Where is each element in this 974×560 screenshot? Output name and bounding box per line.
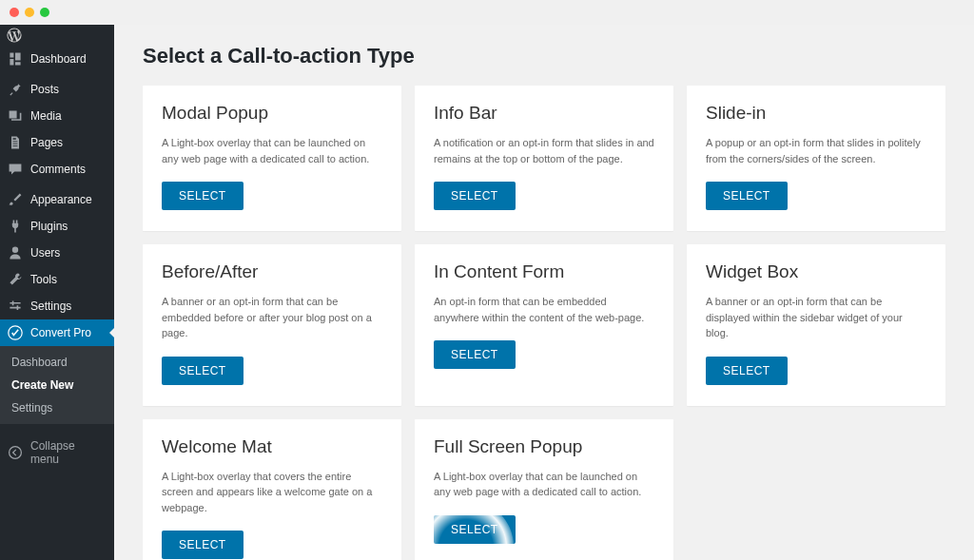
sidebar-label: Convert Pro [30, 326, 91, 339]
cta-card-info-bar: Info Bar A notification or an opt-in for… [415, 86, 673, 231]
cta-type-grid: Modal Popup A Light-box overlay that can… [143, 86, 945, 560]
select-button[interactable]: SELECT [706, 182, 788, 210]
select-button[interactable]: SELECT [162, 531, 244, 559]
convertpro-icon [8, 325, 23, 340]
card-description: A Light-box overlay that can be launched… [434, 469, 654, 500]
submenu-item-create-new[interactable]: Create New [0, 374, 114, 396]
sidebar-item-comments[interactable]: Comments [0, 156, 114, 183]
collapse-label: Collapse menu [30, 439, 107, 466]
collapse-menu-button[interactable]: Collapse menu [0, 432, 114, 473]
sidebar-item-dashboard[interactable]: Dashboard [0, 46, 114, 72]
sidebar-item-pages[interactable]: Pages [0, 129, 114, 156]
sidebar-item-users[interactable]: Users [0, 240, 114, 266]
card-description: An opt-in form that can be embedded anyw… [434, 294, 654, 325]
card-title: Slide-in [706, 103, 926, 124]
sidebar-label: Tools [30, 273, 57, 286]
window-title-bar [0, 0, 974, 25]
card-description: A popup or an opt-in form that slides in… [706, 135, 926, 166]
cta-card-widget-box: Widget Box A banner or an opt-in form th… [687, 244, 945, 406]
minimize-window-icon[interactable] [25, 8, 34, 17]
sidebar-label: Media [30, 109, 62, 123]
user-icon [8, 245, 23, 261]
page-title: Select a Call-to-action Type [143, 44, 945, 68]
card-title: In Content Form [434, 261, 654, 282]
sidebar-item-settings[interactable]: Settings [0, 293, 114, 319]
media-icon [8, 108, 23, 124]
submenu-item-dashboard[interactable]: Dashboard [0, 351, 114, 374]
sidebar-label: Users [30, 246, 60, 260]
card-description: A banner or an opt-in form that can be e… [162, 294, 382, 341]
cta-card-in-content-form: In Content Form An opt-in form that can … [415, 244, 673, 406]
sidebar-item-posts[interactable]: Posts [0, 76, 114, 103]
cta-card-slide-in: Slide-in A popup or an opt-in form that … [687, 86, 945, 231]
sidebar-label: Pages [30, 136, 63, 149]
card-title: Modal Popup [162, 103, 382, 124]
svg-point-1 [10, 447, 22, 459]
main-content: Select a Call-to-action Type Modal Popup… [114, 25, 974, 560]
card-description: A notification or an opt-in form that sl… [434, 135, 654, 166]
close-window-icon[interactable] [10, 8, 19, 17]
card-description: A Light-box overlay that covers the enti… [162, 469, 382, 516]
sidebar-item-appearance[interactable]: Appearance [0, 186, 114, 213]
admin-sidebar: Dashboard Posts Media Pages Comments App… [0, 25, 114, 560]
select-button[interactable]: SELECT [706, 357, 788, 385]
pages-icon [8, 135, 23, 150]
maximize-window-icon[interactable] [40, 8, 49, 17]
wrench-icon [8, 272, 23, 287]
cta-card-before-after: Before/After A banner or an opt-in form … [143, 244, 401, 406]
pin-icon [8, 82, 23, 97]
select-button[interactable]: SELECT [162, 182, 244, 210]
sidebar-label: Plugins [30, 220, 68, 233]
cta-card-welcome-mat: Welcome Mat A Light-box overlay that cov… [143, 419, 401, 561]
card-title: Info Bar [434, 103, 654, 124]
brush-icon [8, 192, 23, 207]
submenu-item-settings[interactable]: Settings [0, 396, 114, 419]
select-button[interactable]: SELECT [434, 340, 516, 369]
select-button[interactable]: SELECT [434, 515, 516, 544]
select-button[interactable]: SELECT [162, 357, 244, 385]
wp-logo-icon[interactable] [0, 25, 29, 46]
card-description: A Light-box overlay that can be launched… [162, 135, 382, 166]
collapse-icon [8, 445, 23, 460]
sidebar-label: Posts [30, 83, 59, 96]
sidebar-label: Comments [30, 163, 86, 176]
sidebar-label: Dashboard [30, 52, 87, 66]
card-title: Before/After [162, 261, 382, 282]
sidebar-item-tools[interactable]: Tools [0, 266, 114, 293]
sidebar-item-media[interactable]: Media [0, 103, 114, 129]
comment-icon [8, 162, 23, 177]
sidebar-label: Settings [30, 299, 71, 313]
cta-card-modal-popup: Modal Popup A Light-box overlay that can… [143, 86, 401, 231]
select-button[interactable]: SELECT [434, 182, 516, 210]
sidebar-label: Appearance [30, 193, 92, 206]
cta-card-full-screen-popup: Full Screen Popup A Light-box overlay th… [415, 419, 673, 561]
plug-icon [8, 219, 23, 234]
submenu-convert-pro: Dashboard Create New Settings [0, 346, 114, 424]
card-title: Full Screen Popup [434, 436, 654, 457]
sliders-icon [8, 299, 23, 314]
sidebar-item-convert-pro[interactable]: Convert Pro [0, 319, 114, 346]
sidebar-item-plugins[interactable]: Plugins [0, 213, 114, 240]
card-title: Widget Box [706, 261, 926, 282]
dashboard-icon [8, 51, 23, 67]
card-title: Welcome Mat [162, 436, 382, 457]
card-description: A banner or an opt-in form that can be d… [706, 294, 926, 341]
